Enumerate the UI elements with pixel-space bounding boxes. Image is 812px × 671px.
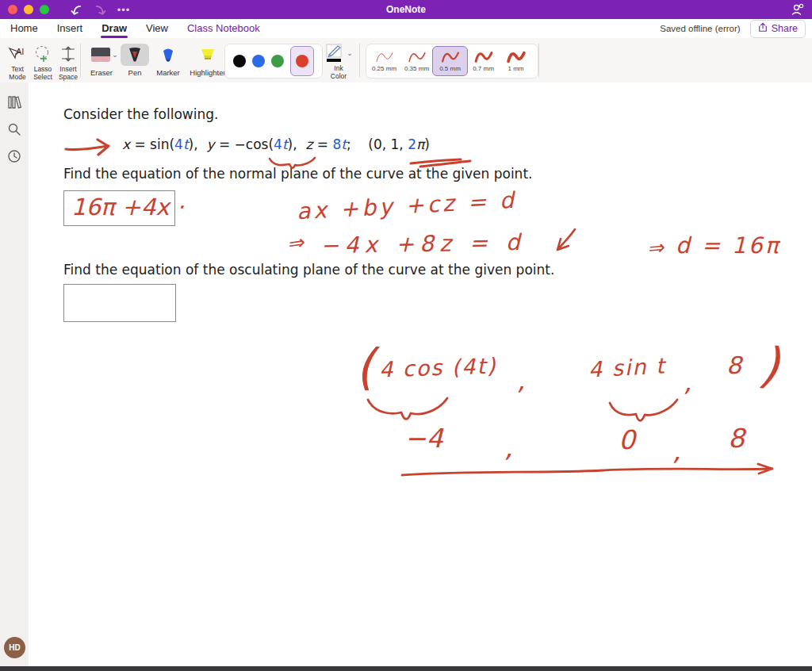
ribbon-divider: [80, 44, 81, 77]
swatch-red-selected[interactable]: [290, 46, 314, 76]
ink-value-2: 0: [619, 427, 635, 453]
question-osculating-plane: Find the equation of the osculating plan…: [63, 262, 554, 278]
svg-text:AI: AI: [16, 47, 24, 56]
redo-icon[interactable]: [94, 3, 106, 16]
thickness-025mm[interactable]: 0.25 mm: [368, 46, 400, 76]
eraser-icon: [91, 48, 110, 62]
answer-box-osculating-plane[interactable]: [63, 284, 176, 322]
text-mode-button[interactable]: AI TextMode: [6, 38, 29, 82]
swatch-black[interactable]: [233, 55, 246, 67]
marker-label: Marker: [156, 68, 180, 77]
ink-tangent-component-1: 4 cos (4t): [379, 355, 497, 380]
swatch-green[interactable]: [271, 55, 284, 67]
lasso-select-label: Lasso: [34, 65, 52, 73]
swatch-blue[interactable]: [252, 55, 265, 67]
pen-icon: [127, 47, 143, 63]
ink-color-label: Ink: [334, 64, 343, 72]
close-window-button[interactable]: [8, 5, 17, 14]
tab-insert[interactable]: Insert: [56, 21, 84, 37]
ink-underbrace-component-1: [368, 398, 447, 419]
pen-button[interactable]: Pen: [118, 38, 151, 77]
share-button[interactable]: Share: [750, 20, 806, 38]
ink-color-button[interactable]: ⌄ InkColor: [320, 43, 357, 81]
question-normal-plane: Find the equation of the normal plane of…: [63, 166, 532, 182]
ribbon-divider: [538, 44, 539, 77]
tab-draw[interactable]: Draw: [101, 21, 128, 37]
tab-home[interactable]: Home: [10, 21, 39, 37]
ink-value-1: −4: [404, 425, 443, 451]
marker-button[interactable]: Marker: [151, 38, 185, 77]
onenote-window: ••• OneNote Home Insert Draw View Class …: [0, 0, 812, 671]
ink-arrow-pointer: [66, 140, 109, 155]
ink-value-3: 8: [728, 425, 745, 451]
thickness-035mm[interactable]: 0.35 mm: [400, 46, 433, 76]
highlighter-label: Highlighter: [190, 68, 225, 77]
eraser-dropdown-chevron-icon[interactable]: ⌄: [112, 51, 118, 59]
people-icon[interactable]: [791, 3, 804, 19]
ink-comma-4: ,: [672, 438, 681, 464]
search-icon[interactable]: [0, 116, 29, 143]
thickness-07mm[interactable]: 0.7 mm: [467, 46, 500, 76]
tab-view[interactable]: View: [145, 21, 169, 37]
math-expression: x = sin(4t), y = −cos(4t), z = 8t; (0, 1…: [122, 136, 430, 152]
tab-class-notebook[interactable]: Class Notebook: [186, 21, 261, 37]
intro-text: Consider the following.: [63, 106, 218, 122]
lasso-select-button[interactable]: LassoSelect: [31, 38, 55, 82]
minimize-window-button[interactable]: [24, 5, 33, 14]
user-avatar[interactable]: HD: [4, 637, 25, 658]
ink-general-plane-equation: ax +by +cz = d: [296, 190, 517, 224]
draw-ribbon: AI TextMode LassoSelect InsertSpace: [0, 38, 812, 83]
share-button-label: Share: [772, 23, 798, 34]
ink-arrow-down-left: [557, 229, 575, 250]
ink-underbrace-component-2: [610, 400, 677, 420]
window-bottom-edge: [0, 666, 812, 671]
undo-icon[interactable]: [70, 3, 82, 16]
ink-tangent-component-3: 8: [726, 354, 741, 378]
ink-long-underline: [402, 464, 772, 475]
pen-label: Pen: [128, 68, 142, 77]
stroke-sample-icon: [472, 50, 496, 64]
stroke-sample-icon: [373, 50, 396, 64]
ink-implies-arrow-1: ⇒: [285, 232, 304, 255]
recent-notes-icon[interactable]: [0, 143, 29, 170]
left-sidebar: HD: [0, 82, 29, 666]
ink-answer-normal: 16π +4x ·: [71, 196, 184, 219]
thickness-1mm[interactable]: 1 mm: [500, 46, 532, 76]
insert-space-label: Insert: [59, 65, 76, 73]
eraser-button[interactable]: ⌄ Eraser: [85, 38, 118, 77]
traffic-lights: [8, 5, 49, 14]
notebooks-icon[interactable]: [0, 89, 29, 116]
more-options-icon[interactable]: •••: [117, 3, 130, 16]
ink-comma-3: ,: [504, 435, 513, 461]
page-canvas: Consider the following. x = sin(4t), y =…: [29, 82, 812, 666]
text-mode-icon: AI: [7, 44, 28, 64]
thickness-picker: 0.25 mm 0.35 mm 0.5 mm 0.7 mm 1 mm: [366, 44, 538, 79]
text-mode-label: Text: [11, 65, 24, 73]
eraser-label: Eraser: [90, 68, 113, 77]
stroke-sample-icon: [439, 50, 462, 64]
stroke-sample-icon: [405, 50, 429, 64]
thickness-05mm[interactable]: 0.5 mm: [432, 46, 468, 76]
swatch-red[interactable]: [296, 55, 308, 67]
lasso-select-icon: [33, 44, 52, 64]
stroke-sample-icon: [504, 50, 528, 64]
insert-space-icon: [59, 44, 77, 64]
ink-d-value: d = 16π: [676, 235, 781, 257]
ink-close-paren: ): [757, 340, 782, 391]
ink-swatch-palette: [224, 44, 323, 79]
title-bar: ••• OneNote: [0, 0, 812, 19]
save-status: Saved offline (error): [660, 24, 740, 33]
ink-normal-plane-equation: −4x +8z = d: [320, 232, 526, 258]
insert-space-button[interactable]: InsertSpace: [56, 38, 80, 82]
menu-bar: Home Insert Draw View Class Notebook Sav…: [0, 19, 812, 38]
ink-color-chevron-icon[interactable]: ⌄: [347, 49, 353, 57]
ink-open-paren: (: [355, 343, 374, 392]
ink-comma-1: ,: [517, 368, 525, 393]
marker-icon: [160, 47, 176, 63]
share-icon: [758, 22, 768, 35]
ribbon-divider: [359, 44, 360, 77]
ink-tangent-component-2: 4 sin t: [588, 355, 666, 380]
zoom-window-button[interactable]: [40, 5, 49, 14]
ink-comma-2: ,: [684, 370, 691, 395]
ink-color-icon: [324, 43, 345, 63]
